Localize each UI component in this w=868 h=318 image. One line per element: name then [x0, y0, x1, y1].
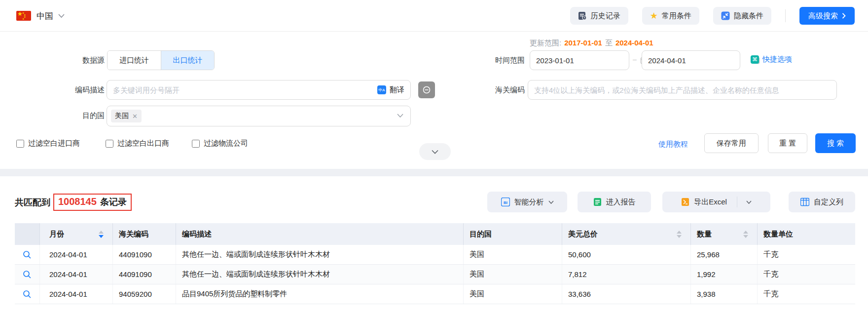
- section-divider: [0, 169, 868, 176]
- datasource-label: 数据源: [49, 50, 105, 70]
- chevron-down-icon[interactable]: [397, 114, 403, 118]
- cell-month: 2024-04-01: [39, 245, 112, 264]
- code-desc-field: 中A 翻译: [107, 80, 411, 100]
- favorites-button[interactable]: ★ 常用条件: [642, 7, 699, 25]
- header-code-desc: 编码描述: [176, 223, 463, 245]
- date-to-input[interactable]: [642, 51, 752, 70]
- history-icon: [578, 11, 587, 20]
- hs-code-input[interactable]: [528, 80, 836, 99]
- cell-quantity-unit: 千克: [757, 245, 855, 264]
- results-table: 月份 海关编码 编码描述 目的国 美元总价 数量 数量单位 2024-04-01…: [15, 223, 855, 304]
- magnifier-icon: [23, 270, 32, 279]
- history-button[interactable]: 历史记录: [570, 7, 628, 25]
- cell-code-desc: 其他任一边、端或面制成连续形状针叶木木材: [176, 265, 463, 284]
- row-detail-cell[interactable]: [15, 245, 39, 264]
- save-favorite-button[interactable]: 保存常用: [704, 133, 759, 153]
- code-desc-input[interactable]: [107, 80, 377, 99]
- hs-code-field: [528, 80, 837, 100]
- update-range: 更新范围: 2017-01-01 至 2024-04-01: [530, 39, 653, 48]
- sort-icons[interactable]: [677, 231, 682, 238]
- cell-destination: 美国: [463, 265, 562, 284]
- cell-usd-total: 50,600: [562, 245, 690, 264]
- history-label: 历史记录: [591, 11, 620, 21]
- custom-columns-button[interactable]: 自定义列: [789, 192, 855, 212]
- reset-button[interactable]: 重 置: [768, 133, 807, 153]
- checkbox-input[interactable]: [16, 140, 24, 148]
- update-range-to-word: 至: [605, 39, 613, 48]
- chevron-right-icon: [842, 13, 846, 19]
- exclude-toggle-button[interactable]: [418, 81, 435, 98]
- header-search-column: [15, 223, 39, 245]
- cell-quantity: 1,992: [690, 265, 757, 284]
- header-destination: 目的国: [463, 223, 562, 245]
- tab-export-stats[interactable]: 出口统计: [161, 51, 214, 70]
- filter-blank-exporter-checkbox[interactable]: 过滤空白出口商: [106, 139, 169, 148]
- star-icon: ★: [650, 11, 658, 20]
- custom-columns-label: 自定义列: [814, 198, 843, 207]
- search-button[interactable]: 搜 索: [815, 133, 856, 153]
- filter-logistics-checkbox[interactable]: 过滤物流公司: [192, 139, 248, 148]
- header-hs-code: 海关编码: [112, 223, 176, 245]
- bi-analysis-icon: BI: [501, 198, 510, 206]
- export-dropdown-icon[interactable]: [746, 200, 752, 204]
- advanced-search-label: 高级搜索: [808, 11, 838, 21]
- checkbox-input[interactable]: [192, 140, 200, 148]
- tab-import-stats[interactable]: 进口统计: [108, 51, 161, 70]
- date-range-separator: –: [633, 55, 637, 63]
- page: ★ ★ ★ ★ ★ 中国 历史记录 ★ 常用条件: [0, 0, 868, 318]
- cell-usd-total: 33,636: [562, 284, 690, 304]
- tutorial-link[interactable]: 使用教程: [658, 140, 688, 149]
- columns-icon: [800, 198, 809, 206]
- header-usd-total[interactable]: 美元总价: [562, 223, 690, 245]
- update-range-label: 更新范围:: [530, 39, 561, 48]
- magnifier-icon: [23, 250, 32, 259]
- time-range-label: 时间范围: [470, 50, 525, 70]
- destination-label: 目的国: [49, 106, 105, 125]
- export-excel-button[interactable]: 导出Excel: [662, 192, 770, 212]
- report-icon: [593, 198, 602, 206]
- chevron-down-icon: [432, 150, 438, 154]
- sort-icons[interactable]: [99, 231, 104, 238]
- cell-code-desc: 其他任一边、端或面制成连续形状针叶木木材: [176, 245, 463, 264]
- translate-button[interactable]: 中A 翻译: [377, 85, 404, 95]
- exclude-icon: [422, 85, 431, 94]
- hide-conditions-button[interactable]: 隐藏条件: [713, 7, 771, 25]
- update-range-from: 2017-01-01: [564, 39, 602, 48]
- filter-blank-importer-checkbox[interactable]: 过滤空白进口商: [16, 139, 80, 148]
- row-detail-cell[interactable]: [15, 265, 39, 284]
- destination-select[interactable]: 美国 ✕: [107, 106, 411, 126]
- smart-analysis-button[interactable]: BI 智能分析: [487, 192, 567, 212]
- cell-quantity: 3,938: [690, 284, 757, 304]
- cell-month: 2024-04-01: [39, 265, 112, 284]
- magnifier-icon: [23, 290, 32, 299]
- cell-quantity-unit: 千克: [757, 265, 855, 284]
- tag-close-icon[interactable]: ✕: [132, 113, 138, 120]
- header-month[interactable]: 月份: [39, 223, 112, 245]
- sort-icons[interactable]: [743, 231, 748, 238]
- cell-hs-code: 44091090: [112, 245, 176, 264]
- quick-options-link[interactable]: ⌘ 快捷选项: [751, 55, 792, 64]
- command-icon: ⌘: [751, 55, 759, 64]
- country-label: 中国: [36, 10, 53, 22]
- date-from-input[interactable]: [530, 51, 640, 70]
- topbar-actions: 历史记录 ★ 常用条件 隐藏条件 高级搜索: [570, 7, 855, 25]
- collapse-icon: [721, 11, 730, 20]
- destination-tag-label: 美国: [115, 112, 129, 120]
- chevron-down-icon: [548, 200, 554, 204]
- checkbox-input[interactable]: [106, 140, 113, 148]
- cell-usd-total: 7,812: [562, 265, 690, 284]
- match-count-line: 共匹配到 1008145 条记录: [15, 194, 132, 211]
- datasource-tabs: 进口统计 出口统计: [107, 50, 215, 70]
- cell-destination: 美国: [463, 245, 562, 264]
- expand-toggle-button[interactable]: [419, 143, 451, 160]
- row-detail-cell[interactable]: [15, 284, 39, 304]
- country-selector[interactable]: 中国: [36, 0, 65, 32]
- svg-text:BI: BI: [504, 200, 507, 205]
- enter-report-button[interactable]: 进入报告: [578, 192, 651, 212]
- table-row: 2024-04-01 94059200 品目9405所列货品的塑料制零件 美国 …: [15, 284, 855, 304]
- cell-quantity: 25,968: [690, 245, 757, 264]
- header-quantity[interactable]: 数量: [690, 223, 757, 245]
- checkbox-label: 过滤物流公司: [204, 139, 248, 148]
- advanced-search-button[interactable]: 高级搜索: [799, 7, 855, 25]
- cell-hs-code: 44091090: [112, 265, 176, 284]
